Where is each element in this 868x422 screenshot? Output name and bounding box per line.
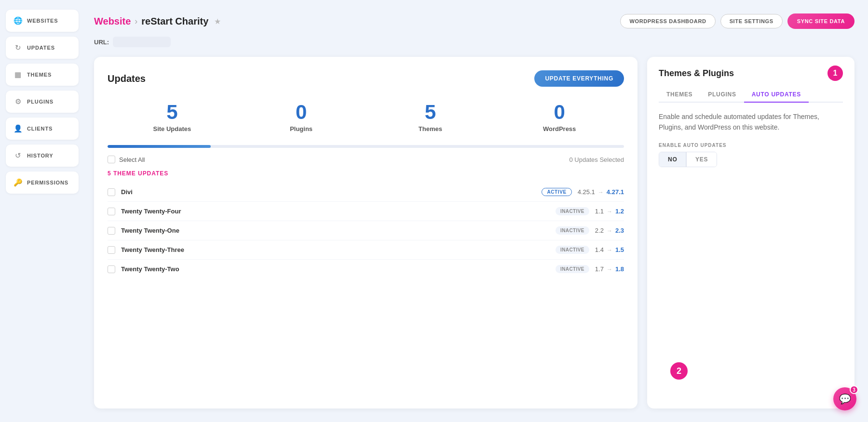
- plugins-icon: ⚙: [14, 97, 22, 106]
- updates-title: Updates: [108, 73, 146, 84]
- progress-bar: [108, 145, 624, 148]
- select-all-text: Select All: [119, 156, 145, 163]
- sidebar-item-websites[interactable]: 🌐 WEBSITES: [6, 10, 79, 32]
- sidebar-item-label-updates: UPDATES: [27, 45, 55, 51]
- stat-item-2: 5 Themes: [366, 98, 495, 136]
- sidebar-item-clients[interactable]: 👤 CLIENTS: [6, 118, 79, 140]
- select-all-label[interactable]: Select All: [108, 156, 145, 163]
- theme-checkbox-1[interactable]: [108, 208, 115, 215]
- version-to-4[interactable]: 1.8: [615, 265, 624, 273]
- wordpress-dashboard-button[interactable]: WORDPRESS DASHBOARD: [620, 14, 715, 28]
- stats-row: 5 Site Updates 0 Plugins 5 Themes 0 Word…: [108, 98, 624, 136]
- panel-title: Themes & Plugins: [659, 68, 843, 79]
- version-to-3[interactable]: 1.5: [615, 246, 624, 253]
- updates-icon: ↻: [14, 43, 22, 52]
- breadcrumb-arrow: ›: [135, 16, 137, 26]
- sidebar-item-themes[interactable]: ▦ THEMES: [6, 64, 79, 86]
- version-info-2: 2.2 → 2.3: [595, 227, 624, 234]
- stat-label-0: Site Updates: [108, 125, 237, 132]
- table-row: Twenty Twenty-Four INACTIVE 1.1 → 1.2: [108, 202, 624, 221]
- theme-updates-section-title: 5 THEME UPDATES: [108, 170, 624, 177]
- websites-icon: 🌐: [14, 16, 22, 25]
- sidebar-item-label-themes: THEMES: [27, 72, 52, 78]
- version-from-4: 1.7: [595, 265, 604, 273]
- version-to-2[interactable]: 2.3: [615, 227, 624, 234]
- stat-item-1: 0 Plugins: [237, 98, 366, 136]
- updates-selected-count: 0 Updates Selected: [570, 156, 624, 163]
- theme-status-badge-1: INACTIVE: [556, 207, 589, 215]
- theme-status-badge-2: INACTIVE: [556, 226, 589, 235]
- sidebar-item-permissions[interactable]: 🔑 PERMISSIONS: [6, 171, 79, 194]
- stat-item-3: 0 WordPress: [495, 98, 624, 136]
- version-to-1[interactable]: 1.2: [615, 208, 624, 215]
- theme-checkbox-2[interactable]: [108, 227, 115, 235]
- sidebar-item-label-clients: CLIENTS: [27, 126, 53, 132]
- sidebar-item-label-permissions: PERMISSIONS: [27, 180, 68, 185]
- stat-label-2: Themes: [366, 125, 495, 132]
- tab-themes[interactable]: THEMES: [659, 87, 700, 103]
- theme-name-0: Divi: [121, 188, 536, 196]
- version-from-0: 4.25.1: [578, 188, 595, 196]
- arrow-right-icon-0: →: [598, 189, 604, 196]
- toggle-no-button[interactable]: NO: [659, 152, 686, 167]
- updates-panel: Updates UPDATE EVERYTHING 5 Site Updates…: [94, 57, 637, 409]
- site-settings-button[interactable]: SITE SETTINGS: [720, 14, 783, 28]
- table-row: Twenty Twenty-Two INACTIVE 1.7 → 1.8: [108, 260, 624, 278]
- version-to-0[interactable]: 4.27.1: [607, 188, 624, 196]
- url-label: URL:: [94, 39, 109, 46]
- stat-number-1: 0: [237, 102, 366, 122]
- arrow-right-icon-4: →: [607, 266, 612, 273]
- updates-header: Updates UPDATE EVERYTHING: [108, 70, 624, 87]
- header-actions: WORDPRESS DASHBOARD SITE SETTINGS SYNC S…: [620, 13, 854, 29]
- star-icon[interactable]: ★: [214, 17, 221, 26]
- chat-icon: 💬: [839, 393, 851, 405]
- sync-site-data-button[interactable]: SYNC SITE DATA: [787, 13, 854, 29]
- panel-description: Enable and schedule automated updates fo…: [659, 111, 843, 133]
- theme-list: Divi ACTIVE 4.25.1 → 4.27.1 Twenty Twent…: [108, 183, 624, 278]
- theme-name-3: Twenty Twenty-Three: [121, 246, 550, 253]
- history-icon: ↺: [14, 151, 22, 160]
- sidebar-item-plugins[interactable]: ⚙ PLUGINS: [6, 91, 79, 113]
- select-all-checkbox[interactable]: [108, 156, 115, 163]
- theme-status-badge-4: INACTIVE: [556, 265, 589, 273]
- version-info-3: 1.4 → 1.5: [595, 246, 624, 253]
- notification-badge-1: 1: [827, 66, 843, 81]
- stat-number-2: 5: [366, 102, 495, 122]
- theme-checkbox-3[interactable]: [108, 246, 115, 254]
- page-header: Website › reStart Charity ★ WORDPRESS DA…: [94, 13, 854, 29]
- stat-item-0: 5 Site Updates: [108, 98, 237, 136]
- theme-name-4: Twenty Twenty-Two: [121, 265, 550, 273]
- breadcrumb-website[interactable]: Website: [94, 16, 131, 27]
- permissions-icon: 🔑: [14, 178, 22, 187]
- version-from-2: 2.2: [595, 227, 604, 234]
- version-info-0: 4.25.1 → 4.27.1: [578, 188, 624, 196]
- clients-icon: 👤: [14, 124, 22, 133]
- main-content: Website › reStart Charity ★ WORDPRESS DA…: [84, 0, 868, 422]
- theme-checkbox-4[interactable]: [108, 265, 115, 273]
- breadcrumb: Website › reStart Charity ★: [94, 16, 221, 27]
- version-info-4: 1.7 → 1.8: [595, 265, 624, 273]
- stat-label-3: WordPress: [495, 125, 624, 132]
- tab-auto-updates[interactable]: AUTO UPDATES: [744, 87, 809, 103]
- tab-plugins[interactable]: PLUGINS: [700, 87, 744, 103]
- theme-status-badge-3: INACTIVE: [556, 246, 589, 254]
- theme-checkbox-0[interactable]: [108, 188, 115, 196]
- table-row: Divi ACTIVE 4.25.1 → 4.27.1: [108, 183, 624, 202]
- toggle-yes-button[interactable]: YES: [687, 152, 717, 167]
- theme-name-1: Twenty Twenty-Four: [121, 208, 550, 215]
- sidebar-item-label-websites: WEBSITES: [27, 18, 58, 24]
- table-row: Twenty Twenty-One INACTIVE 2.2 → 2.3: [108, 221, 624, 240]
- sidebar-item-updates[interactable]: ↻ UPDATES: [6, 37, 79, 59]
- sidebar: 🌐 WEBSITES ↻ UPDATES ▦ THEMES ⚙ PLUGINS …: [0, 0, 84, 422]
- auto-updates-toggle: NO YES: [659, 152, 717, 167]
- sidebar-item-history[interactable]: ↺ HISTORY: [6, 145, 79, 167]
- progress-fill: [108, 145, 211, 148]
- url-value: [113, 37, 171, 47]
- themes-plugins-panel: Themes & Plugins 1 THEMES PLUGINS AUTO U…: [647, 57, 854, 409]
- chat-button[interactable]: 💬 3: [833, 387, 856, 410]
- theme-name-2: Twenty Twenty-One: [121, 227, 550, 234]
- version-info-1: 1.1 → 1.2: [595, 208, 624, 215]
- enable-auto-updates-label: ENABLE AUTO UPDATES: [659, 143, 843, 148]
- content-grid: Updates UPDATE EVERYTHING 5 Site Updates…: [94, 57, 854, 409]
- update-everything-button[interactable]: UPDATE EVERYTHING: [534, 70, 624, 87]
